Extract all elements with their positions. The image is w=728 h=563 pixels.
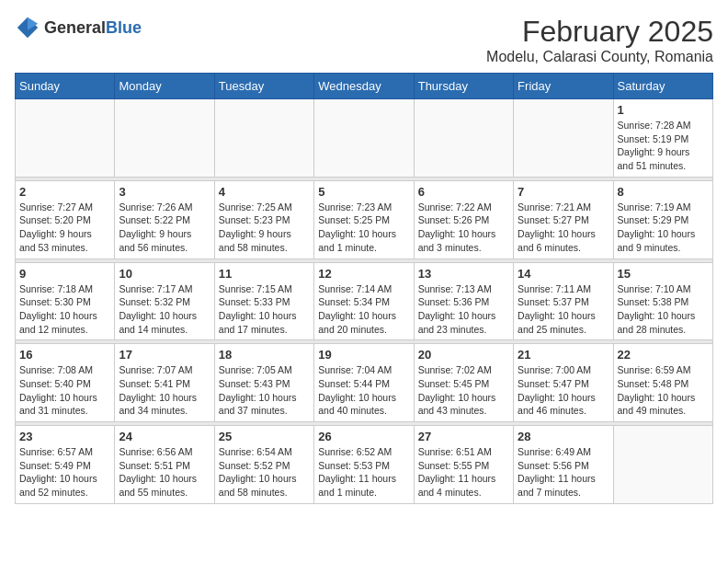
day-number: 16: [19, 348, 110, 362]
title-section: February 2025 Modelu, Calarasi County, R…: [486, 15, 713, 65]
day-info: Sunrise: 7:00 AM Sunset: 5:47 PM Dayligh…: [518, 363, 609, 418]
day-number: 21: [518, 348, 609, 362]
day-number: 19: [318, 348, 409, 362]
calendar-cell: 23Sunrise: 6:57 AM Sunset: 5:49 PM Dayli…: [16, 426, 115, 504]
day-number: 18: [219, 348, 310, 362]
day-info: Sunrise: 6:54 AM Sunset: 5:52 PM Dayligh…: [219, 445, 310, 500]
day-info: Sunrise: 7:07 AM Sunset: 5:41 PM Dayligh…: [119, 363, 210, 418]
calendar-cell: 21Sunrise: 7:00 AM Sunset: 5:47 PM Dayli…: [514, 344, 613, 422]
logo-general-text: General: [44, 18, 106, 37]
calendar-cell: [16, 99, 115, 178]
day-info: Sunrise: 6:57 AM Sunset: 5:49 PM Dayligh…: [19, 445, 110, 500]
calendar-cell: 18Sunrise: 7:05 AM Sunset: 5:43 PM Dayli…: [214, 344, 313, 422]
month-year-heading: February 2025: [486, 15, 713, 49]
day-info: Sunrise: 7:05 AM Sunset: 5:43 PM Dayligh…: [219, 363, 310, 418]
logo-icon: [15, 15, 40, 40]
day-number: 1: [618, 103, 709, 117]
calendar-cell: 27Sunrise: 6:51 AM Sunset: 5:55 PM Dayli…: [414, 426, 513, 504]
day-info: Sunrise: 6:49 AM Sunset: 5:56 PM Dayligh…: [518, 445, 609, 500]
day-info: Sunrise: 7:21 AM Sunset: 5:27 PM Dayligh…: [518, 201, 609, 255]
day-of-week-wednesday: Wednesday: [314, 74, 414, 99]
calendar-cell: 9Sunrise: 7:18 AM Sunset: 5:30 PM Daylig…: [16, 262, 115, 340]
calendar-cell: 11Sunrise: 7:15 AM Sunset: 5:33 PM Dayli…: [214, 262, 313, 340]
day-number: 27: [418, 430, 509, 443]
day-info: Sunrise: 7:02 AM Sunset: 5:45 PM Dayligh…: [418, 363, 509, 418]
day-info: Sunrise: 7:19 AM Sunset: 5:29 PM Dayligh…: [618, 201, 709, 255]
calendar-cell: 15Sunrise: 7:10 AM Sunset: 5:38 PM Dayli…: [613, 262, 712, 340]
day-number: 28: [518, 430, 609, 443]
day-number: 23: [19, 430, 110, 443]
calendar-cell: 28Sunrise: 6:49 AM Sunset: 5:56 PM Dayli…: [514, 426, 613, 504]
day-number: 14: [518, 267, 609, 281]
day-of-week-friday: Friday: [514, 74, 613, 99]
calendar-week-2: 2Sunrise: 7:27 AM Sunset: 5:20 PM Daylig…: [16, 180, 713, 259]
calendar-cell: [414, 99, 513, 178]
calendar-cell: 19Sunrise: 7:04 AM Sunset: 5:44 PM Dayli…: [314, 344, 414, 422]
day-info: Sunrise: 7:11 AM Sunset: 5:37 PM Dayligh…: [518, 282, 609, 337]
calendar-cell: [314, 99, 414, 178]
day-of-week-thursday: Thursday: [414, 74, 513, 99]
day-number: 22: [618, 348, 709, 362]
calendar-cell: 5Sunrise: 7:23 AM Sunset: 5:25 PM Daylig…: [314, 180, 414, 259]
logo: GeneralBlue: [15, 15, 142, 40]
day-info: Sunrise: 6:56 AM Sunset: 5:51 PM Dayligh…: [119, 445, 210, 500]
day-info: Sunrise: 6:51 AM Sunset: 5:55 PM Dayligh…: [418, 445, 509, 500]
day-info: Sunrise: 6:52 AM Sunset: 5:53 PM Dayligh…: [318, 445, 409, 500]
day-info: Sunrise: 7:25 AM Sunset: 5:23 PM Dayligh…: [219, 201, 310, 255]
calendar-cell: 3Sunrise: 7:26 AM Sunset: 5:22 PM Daylig…: [115, 180, 214, 259]
calendar-week-1: 1Sunrise: 7:28 AM Sunset: 5:19 PM Daylig…: [16, 99, 713, 178]
calendar-cell: 10Sunrise: 7:17 AM Sunset: 5:32 PM Dayli…: [115, 262, 214, 340]
calendar-table: SundayMondayTuesdayWednesdayThursdayFrid…: [15, 73, 713, 504]
day-info: Sunrise: 6:59 AM Sunset: 5:48 PM Dayligh…: [618, 363, 709, 418]
calendar-cell: 26Sunrise: 6:52 AM Sunset: 5:53 PM Dayli…: [314, 426, 414, 504]
calendar-cell: 6Sunrise: 7:22 AM Sunset: 5:26 PM Daylig…: [414, 180, 513, 259]
calendar-cell: 14Sunrise: 7:11 AM Sunset: 5:37 PM Dayli…: [514, 262, 613, 340]
calendar-week-4: 16Sunrise: 7:08 AM Sunset: 5:40 PM Dayli…: [16, 344, 713, 422]
day-info: Sunrise: 7:10 AM Sunset: 5:38 PM Dayligh…: [618, 282, 709, 337]
calendar-cell: 12Sunrise: 7:14 AM Sunset: 5:34 PM Dayli…: [314, 262, 414, 340]
page-header: GeneralBlue February 2025 Modelu, Calara…: [15, 15, 713, 65]
day-number: 15: [618, 267, 709, 281]
calendar-cell: 22Sunrise: 6:59 AM Sunset: 5:48 PM Dayli…: [613, 344, 712, 422]
day-number: 13: [418, 267, 509, 281]
day-of-week-saturday: Saturday: [613, 74, 712, 99]
day-number: 11: [219, 267, 310, 281]
day-number: 9: [19, 267, 110, 281]
day-info: Sunrise: 7:08 AM Sunset: 5:40 PM Dayligh…: [19, 363, 110, 418]
day-number: 17: [119, 348, 210, 362]
calendar-cell: 7Sunrise: 7:21 AM Sunset: 5:27 PM Daylig…: [514, 180, 613, 259]
location-text: Modelu, Calarasi County, Romania: [486, 49, 713, 65]
day-number: 4: [219, 185, 310, 199]
day-of-week-monday: Monday: [115, 74, 214, 99]
day-info: Sunrise: 7:04 AM Sunset: 5:44 PM Dayligh…: [318, 363, 409, 418]
day-number: 5: [318, 185, 409, 199]
calendar-header-row: SundayMondayTuesdayWednesdayThursdayFrid…: [16, 74, 713, 99]
day-info: Sunrise: 7:17 AM Sunset: 5:32 PM Dayligh…: [119, 282, 210, 337]
calendar-cell: [514, 99, 613, 178]
logo-blue-text: Blue: [106, 18, 142, 37]
calendar-cell: 20Sunrise: 7:02 AM Sunset: 5:45 PM Dayli…: [414, 344, 513, 422]
calendar-cell: 1Sunrise: 7:28 AM Sunset: 5:19 PM Daylig…: [613, 99, 712, 178]
day-number: 3: [119, 185, 210, 199]
day-number: 26: [318, 430, 409, 443]
calendar-week-5: 23Sunrise: 6:57 AM Sunset: 5:49 PM Dayli…: [16, 426, 713, 504]
day-info: Sunrise: 7:13 AM Sunset: 5:36 PM Dayligh…: [418, 282, 509, 337]
day-number: 25: [219, 430, 310, 443]
calendar-cell: 13Sunrise: 7:13 AM Sunset: 5:36 PM Dayli…: [414, 262, 513, 340]
calendar-cell: 8Sunrise: 7:19 AM Sunset: 5:29 PM Daylig…: [613, 180, 712, 259]
calendar-cell: 24Sunrise: 6:56 AM Sunset: 5:51 PM Dayli…: [115, 426, 214, 504]
day-info: Sunrise: 7:22 AM Sunset: 5:26 PM Dayligh…: [418, 201, 509, 255]
calendar-cell: 16Sunrise: 7:08 AM Sunset: 5:40 PM Dayli…: [16, 344, 115, 422]
day-info: Sunrise: 7:27 AM Sunset: 5:20 PM Dayligh…: [19, 201, 110, 255]
day-number: 20: [418, 348, 509, 362]
day-info: Sunrise: 7:26 AM Sunset: 5:22 PM Dayligh…: [119, 201, 210, 255]
day-number: 10: [119, 267, 210, 281]
day-info: Sunrise: 7:15 AM Sunset: 5:33 PM Dayligh…: [219, 282, 310, 337]
calendar-cell: [613, 426, 712, 504]
calendar-cell: 2Sunrise: 7:27 AM Sunset: 5:20 PM Daylig…: [16, 180, 115, 259]
day-number: 7: [518, 185, 609, 199]
day-number: 12: [318, 267, 409, 281]
day-number: 6: [418, 185, 509, 199]
calendar-cell: 17Sunrise: 7:07 AM Sunset: 5:41 PM Dayli…: [115, 344, 214, 422]
day-number: 8: [618, 185, 709, 199]
